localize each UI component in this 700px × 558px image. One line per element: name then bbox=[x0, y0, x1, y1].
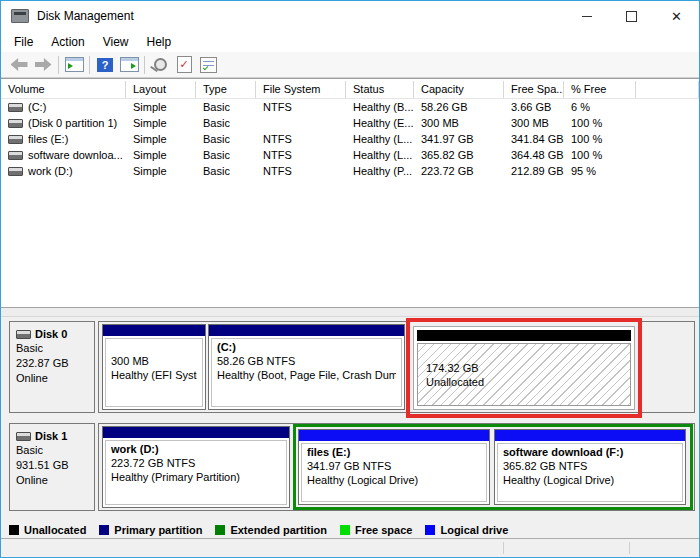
minimize-icon bbox=[582, 16, 592, 17]
disk-name: Disk 0 bbox=[35, 327, 67, 341]
partition-status: Unallocated bbox=[426, 375, 630, 389]
partition-size: 174.32 GB bbox=[426, 361, 630, 375]
partition-info: software download (F:) 365.82 GB NTFS He… bbox=[497, 443, 683, 502]
legend-label: Extended partition bbox=[230, 524, 327, 536]
status-cell: Healthy (B... bbox=[346, 99, 414, 115]
maximize-button[interactable] bbox=[609, 1, 654, 31]
magnifier-icon bbox=[154, 58, 167, 71]
check-disk-button[interactable]: ✓ bbox=[172, 54, 196, 76]
column-header-blank bbox=[636, 81, 699, 98]
console-tree-icon bbox=[65, 57, 84, 72]
menu-view[interactable]: View bbox=[94, 33, 138, 51]
type-cell: Basic bbox=[196, 163, 256, 179]
column-header-freespace[interactable]: Free Spa... bbox=[504, 81, 564, 98]
disk-tools-button[interactable] bbox=[148, 54, 172, 76]
minimize-button[interactable] bbox=[564, 1, 609, 31]
partition-size: 223.72 GB NTFS bbox=[111, 456, 281, 470]
partition-color-bar bbox=[495, 430, 685, 441]
legend-swatch bbox=[425, 525, 435, 535]
volume-cell: work (D:) bbox=[1, 163, 126, 179]
disk-0-label-panel[interactable]: Disk 0 Basic 232.87 GB Online bbox=[9, 321, 95, 413]
red-highlight-box: 174.32 GB Unallocated bbox=[406, 318, 642, 418]
extended-partition-container: files (E:) 341.97 GB NTFS Healthy (Logic… bbox=[293, 424, 693, 510]
partition-status: Healthy (Logical Drive) bbox=[307, 473, 481, 487]
unallocated-info: 174.32 GB Unallocated bbox=[417, 343, 631, 406]
action-pane-icon bbox=[120, 57, 139, 72]
status-cell: Healthy (E... bbox=[346, 115, 414, 131]
volume-icon bbox=[8, 135, 23, 144]
table-row[interactable]: work (D:) Simple Basic NTFS Healthy (P..… bbox=[1, 163, 699, 179]
window-controls: ✕ bbox=[564, 1, 699, 31]
help-button[interactable]: ? bbox=[93, 54, 117, 76]
table-row[interactable]: (Disk 0 partition 1) Simple Basic Health… bbox=[1, 115, 699, 131]
volume-icon bbox=[8, 151, 23, 160]
column-header-volume[interactable]: Volume bbox=[1, 81, 126, 98]
volume-icon bbox=[8, 167, 23, 176]
legend-swatch bbox=[340, 525, 350, 535]
legend-bar: Unallocated Primary partition Extended p… bbox=[1, 521, 699, 538]
title-bar: Disk Management ✕ bbox=[1, 1, 699, 31]
pct-cell: 100 % bbox=[564, 147, 636, 163]
forward-button[interactable] bbox=[31, 54, 55, 76]
maximize-icon bbox=[626, 11, 637, 22]
disk-kind: Basic bbox=[16, 443, 88, 458]
legend-item-primary: Primary partition bbox=[99, 524, 202, 536]
status-bar bbox=[1, 538, 699, 557]
partition-info: files (E:) 341.97 GB NTFS Healthy (Logic… bbox=[301, 443, 487, 502]
toolbar-separator bbox=[58, 56, 59, 74]
menu-help[interactable]: Help bbox=[138, 33, 181, 51]
volume-icon bbox=[8, 119, 23, 128]
partition-unallocated[interactable]: 174.32 GB Unallocated bbox=[413, 326, 635, 410]
capacity-cell: 341.97 GB bbox=[414, 131, 504, 147]
partition-name: work (D:) bbox=[111, 442, 281, 456]
column-header-capacity[interactable]: Capacity bbox=[414, 81, 504, 98]
disk-state: Online bbox=[16, 371, 88, 386]
column-header-layout[interactable]: Layout bbox=[126, 81, 196, 98]
unallocated-color-bar bbox=[417, 330, 631, 341]
legend-item-logical: Logical drive bbox=[425, 524, 508, 536]
graphical-view: Disk 0 Basic 232.87 GB Online 300 MB Hea… bbox=[1, 317, 699, 521]
partition-efi[interactable]: 300 MB Healthy (EFI System Partition) bbox=[102, 324, 206, 410]
partition-c[interactable]: (C:) 58.26 GB NTFS Healthy (Boot, Page F… bbox=[208, 324, 405, 410]
legend-swatch bbox=[9, 525, 19, 535]
show-console-tree-button[interactable] bbox=[62, 54, 86, 76]
partition-name: software download (F:) bbox=[503, 445, 677, 459]
check-document-icon: ✓ bbox=[177, 56, 192, 73]
help-icon: ? bbox=[97, 58, 113, 72]
partition-color-bar bbox=[103, 325, 205, 336]
close-button[interactable]: ✕ bbox=[654, 1, 699, 31]
partition-status: Healthy (Boot, Page File, Crash Dump, Pr… bbox=[217, 368, 396, 382]
menu-bar: File Action View Help bbox=[1, 31, 699, 52]
partition-name: (C:) bbox=[217, 340, 396, 354]
pct-cell: 6 % bbox=[564, 99, 636, 115]
table-row[interactable]: (C:) Simple Basic NTFS Healthy (B... 58.… bbox=[1, 99, 699, 115]
back-button[interactable] bbox=[7, 54, 31, 76]
splitter-handle[interactable] bbox=[1, 307, 699, 317]
free-cell: 364.48 GB bbox=[504, 147, 564, 163]
disk-1-label-panel[interactable]: Disk 1 Basic 931.51 GB Online bbox=[9, 423, 95, 511]
partition-files-e[interactable]: files (E:) 341.97 GB NTFS Healthy (Logic… bbox=[298, 429, 490, 505]
column-header-pctfree[interactable]: % Free bbox=[564, 81, 636, 98]
partition-work-d[interactable]: work (D:) 223.72 GB NTFS Healthy (Primar… bbox=[102, 426, 290, 508]
legend-item-unallocated: Unallocated bbox=[9, 524, 86, 536]
table-row[interactable]: files (E:) Simple Basic NTFS Healthy (L.… bbox=[1, 131, 699, 147]
partition-color-bar bbox=[103, 427, 289, 438]
column-header-filesystem[interactable]: File System bbox=[256, 81, 346, 98]
partition-software-f[interactable]: software download (F:) 365.82 GB NTFS He… bbox=[494, 429, 686, 505]
blank-cell bbox=[636, 147, 699, 163]
menu-action[interactable]: Action bbox=[42, 33, 93, 51]
menu-file[interactable]: File bbox=[5, 33, 42, 51]
column-header-status[interactable]: Status bbox=[346, 81, 414, 98]
column-header-type[interactable]: Type bbox=[196, 81, 256, 98]
properties-button[interactable] bbox=[196, 54, 220, 76]
statusbar-separator bbox=[503, 542, 504, 554]
fs-cell: NTFS bbox=[256, 131, 346, 147]
table-row[interactable]: software downloa... Simple Basic NTFS He… bbox=[1, 147, 699, 163]
blank-cell bbox=[636, 131, 699, 147]
status-cell: Healthy (L... bbox=[346, 131, 414, 147]
show-action-pane-button[interactable] bbox=[117, 54, 141, 76]
partition-name bbox=[111, 340, 197, 354]
type-cell: Basic bbox=[196, 115, 256, 131]
legend-label: Logical drive bbox=[440, 524, 508, 536]
capacity-cell: 365.82 GB bbox=[414, 147, 504, 163]
